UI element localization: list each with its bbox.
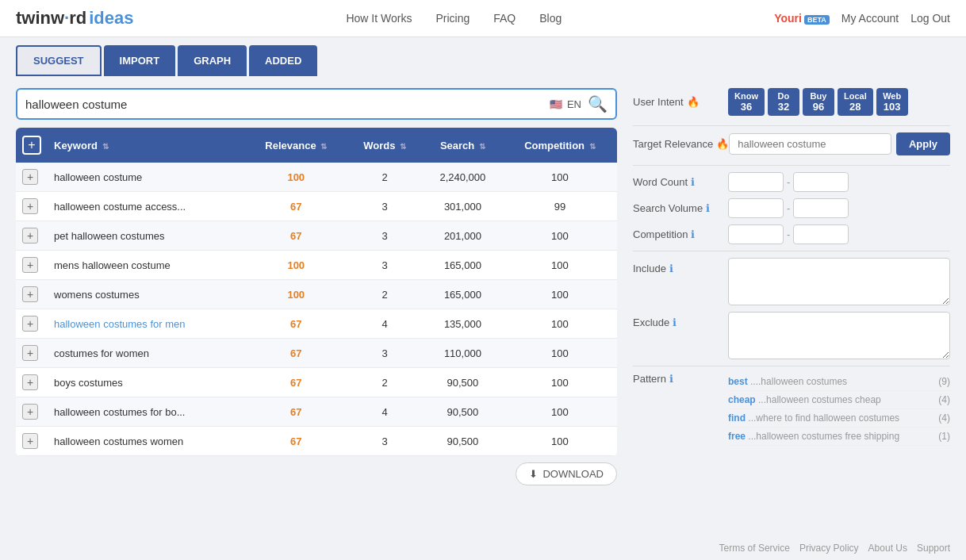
row-keyword: halloween costume — [48, 163, 245, 192]
add-row-button[interactable]: + — [22, 433, 38, 449]
user-intent-section: User Intent 🔥 Know36Do32Buy96Local28Web1… — [633, 88, 950, 116]
tab-suggest[interactable]: SUGGEST — [16, 45, 102, 76]
keyword-text: halloween costume access... — [54, 201, 186, 213]
competition-max[interactable] — [793, 224, 849, 244]
logo-twinword: twinw·rd — [16, 8, 86, 29]
include-section: Include ℹ — [633, 258, 950, 305]
footer-link-support[interactable]: Support — [917, 543, 950, 554]
competition-dash: - — [787, 228, 790, 240]
intent-label: Local — [844, 91, 867, 101]
row-search: 201,000 — [423, 221, 503, 251]
logo-dot: · — [64, 8, 69, 28]
add-row-button[interactable]: + — [22, 316, 38, 332]
add-row-button[interactable]: + — [22, 286, 38, 302]
search-volume-min[interactable] — [728, 198, 784, 218]
add-row-button[interactable]: + — [22, 345, 38, 361]
pattern-info-icon[interactable]: ℹ — [669, 373, 673, 385]
language-selector[interactable]: EN — [567, 98, 581, 110]
include-textarea[interactable] — [728, 258, 950, 305]
footer-link-about-us[interactable]: About Us — [868, 543, 907, 554]
search-icon[interactable]: 🔍 — [588, 94, 608, 113]
row-words: 2 — [347, 368, 422, 397]
search-input[interactable] — [25, 98, 550, 111]
row-keyword: pet halloween costumes — [48, 221, 245, 251]
exclude-label: Exclude ℹ — [633, 316, 728, 328]
keyword-text: halloween costumes women — [54, 435, 183, 447]
add-row-button[interactable]: + — [22, 228, 38, 244]
table-row: + womens costumes 100 2 165,000 100 — [16, 280, 617, 309]
add-row-button[interactable]: + — [22, 198, 38, 214]
pattern-prefix[interactable]: best — [728, 376, 748, 387]
search-volume-info-icon[interactable]: ℹ — [706, 202, 710, 214]
word-count-min[interactable] — [728, 172, 784, 192]
include-info-icon[interactable]: ℹ — [669, 263, 673, 274]
row-keyword: mens halloween costume — [48, 251, 245, 280]
tab-import[interactable]: IMPORT — [104, 45, 176, 76]
log-out-link[interactable]: Log Out — [910, 12, 950, 25]
row-words: 3 — [347, 251, 422, 280]
search-volume-dash: - — [787, 202, 790, 214]
intent-btn-web[interactable]: Web103 — [876, 88, 908, 116]
add-row-button[interactable]: + — [22, 169, 38, 185]
pattern-prefix[interactable]: free — [728, 431, 746, 442]
target-relevance-label: Target Relevance 🔥 — [633, 138, 729, 150]
flag-icon: 🇺🇸 — [550, 98, 562, 110]
exclude-info-icon[interactable]: ℹ — [673, 316, 677, 328]
row-keyword: halloween costumes women — [48, 427, 245, 456]
download-button[interactable]: ⬇ DOWNLOAD — [516, 462, 617, 485]
tab-added[interactable]: ADDED — [249, 45, 317, 76]
user-intent-info-icon[interactable]: 🔥 — [687, 96, 700, 108]
include-label: Include ℹ — [633, 263, 728, 274]
nav-pricing[interactable]: Pricing — [435, 12, 470, 25]
pattern-item: cheap ...halloween costumes cheap (4) — [728, 391, 950, 409]
intent-label: Buy — [809, 91, 828, 101]
table-row: + halloween costumes for bo... 67 4 90,5… — [16, 397, 617, 427]
add-row-button[interactable]: + — [22, 257, 38, 273]
intent-btn-buy[interactable]: Buy96 — [803, 88, 834, 116]
target-relevance-info-icon[interactable]: 🔥 — [716, 138, 729, 150]
target-relevance-input[interactable] — [729, 133, 891, 155]
nav-faq[interactable]: FAQ — [493, 12, 516, 25]
intent-btn-do[interactable]: Do32 — [768, 88, 799, 116]
nav-blog[interactable]: Blog — [539, 12, 562, 25]
add-row-button[interactable]: + — [22, 404, 38, 420]
exclude-section: Exclude ℹ — [633, 312, 950, 359]
add-row-button[interactable]: + — [22, 374, 38, 390]
pattern-rest: ....halloween costumes — [750, 376, 847, 387]
row-keyword: halloween costume access... — [48, 192, 245, 221]
keyword-text: costumes for women — [54, 347, 149, 359]
intent-btn-local[interactable]: Local28 — [838, 88, 873, 116]
footer: Terms of ServicePrivacy PolicyAbout UsSu… — [0, 536, 966, 560]
header-right: YouriBETA My Account Log Out — [774, 12, 950, 25]
pattern-rest: ...halloween costumes free shipping — [748, 431, 899, 442]
word-count-dash: - — [787, 176, 790, 188]
beta-badge: BETA — [804, 15, 830, 25]
my-account-link[interactable]: My Account — [841, 12, 899, 25]
row-words: 3 — [347, 427, 422, 456]
exclude-textarea[interactable] — [728, 312, 950, 359]
footer-link-privacy-policy[interactable]: Privacy Policy — [799, 543, 859, 554]
pattern-prefix[interactable]: find — [728, 412, 746, 424]
pattern-prefix[interactable]: cheap — [728, 394, 756, 405]
intent-btn-know[interactable]: Know36 — [728, 88, 765, 116]
table-row: + mens halloween costume 100 3 165,000 1… — [16, 251, 617, 280]
competition-inputs: - — [728, 224, 849, 244]
row-search: 90,500 — [423, 427, 503, 456]
apply-button[interactable]: Apply — [896, 132, 950, 155]
word-count-info-icon[interactable]: ℹ — [691, 176, 695, 188]
add-all-button[interactable]: + — [22, 136, 41, 155]
table-row: + halloween costume 100 2 2,240,000 100 — [16, 163, 617, 192]
intent-count: 103 — [883, 101, 902, 113]
tab-graph[interactable]: GRAPH — [178, 45, 247, 76]
row-keyword: boys costumes — [48, 368, 245, 397]
row-keyword: costumes for women — [48, 339, 245, 368]
footer-link-terms-of-service[interactable]: Terms of Service — [719, 543, 790, 554]
search-volume-max[interactable] — [793, 198, 849, 218]
nav-how-it-works[interactable]: How It Works — [346, 12, 412, 25]
row-add-cell: + — [16, 427, 48, 456]
competition-min[interactable] — [728, 224, 784, 244]
word-count-max[interactable] — [793, 172, 849, 192]
row-search: 90,500 — [423, 368, 503, 397]
competition-info-icon[interactable]: ℹ — [691, 228, 695, 240]
keyword-link[interactable]: halloween costumes for men — [54, 318, 185, 330]
